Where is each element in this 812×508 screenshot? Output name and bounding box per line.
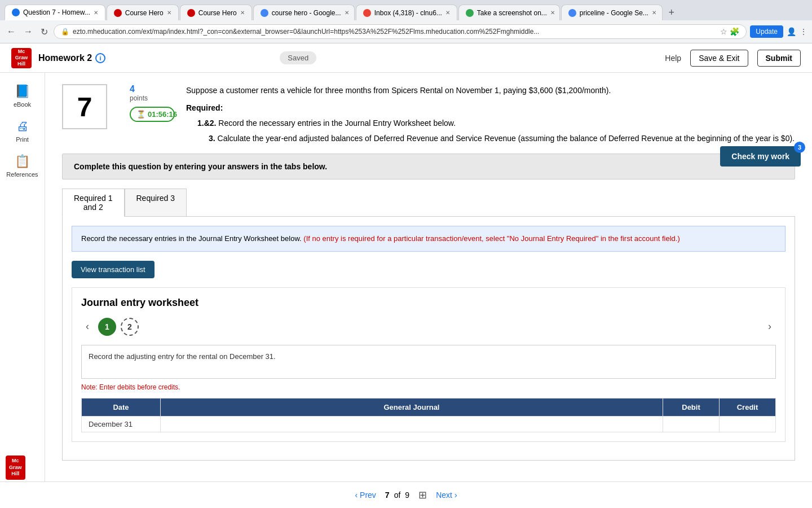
- tab-3-icon: [187, 9, 195, 17]
- journal-page-1[interactable]: 1: [98, 318, 116, 336]
- sidebar-item-print[interactable]: 🖨 Print: [16, 119, 29, 143]
- tab-3[interactable]: Course Hero ✕: [180, 5, 252, 20]
- tab-1-label: Question 7 - Homew...: [23, 8, 90, 16]
- star-icon[interactable]: ☆: [720, 27, 727, 36]
- menu-icon[interactable]: ⋮: [800, 27, 807, 36]
- sidebar-item-references[interactable]: 📋 References: [6, 154, 38, 178]
- tab-6-label: Take a screenshot on...: [477, 9, 547, 17]
- tabs-instruction: Complete this question by entering your …: [62, 154, 795, 179]
- of-text: of: [394, 491, 401, 500]
- tab-4[interactable]: course hero - Google... ✕: [253, 5, 355, 20]
- question-area: Check my work 3 7 4 points ⏳ 01:56:16 Su…: [45, 73, 812, 507]
- header-actions: Help Save & Exit Submit: [665, 50, 801, 67]
- question-text: Suppose a customer rents a vehicle for t…: [186, 84, 795, 97]
- tab-2[interactable]: Course Hero ✕: [107, 5, 179, 20]
- tab-5-close[interactable]: ✕: [445, 10, 450, 16]
- next-button[interactable]: Next ›: [436, 491, 457, 500]
- credit-input[interactable]: [726, 420, 769, 428]
- save-exit-button[interactable]: Save & Exit: [690, 50, 748, 67]
- required-item-1: 1.&2. Record the necessary entries in th…: [197, 117, 795, 129]
- tab-6[interactable]: Take a screenshot on... ✕: [458, 5, 560, 20]
- timer-badge: ⏳ 01:56:16: [130, 107, 175, 122]
- sidebar-item-ebook[interactable]: 📘 eBook: [14, 84, 31, 108]
- forward-button[interactable]: →: [21, 24, 35, 39]
- footer-mgh-logo: McGrawHill: [6, 456, 25, 480]
- journal-worksheet: Journal entry worksheet ‹ 1 2 › Record t…: [72, 287, 785, 442]
- info-icon[interactable]: i: [95, 53, 105, 63]
- required-item-2-label: 3.: [209, 134, 215, 143]
- journal-nav: ‹ 1 2 ›: [81, 318, 776, 336]
- tab-2-close[interactable]: ✕: [167, 10, 171, 16]
- tab-4-close[interactable]: ✕: [345, 10, 349, 16]
- tab-4-icon: [261, 9, 268, 17]
- tab-1-close[interactable]: ✕: [94, 10, 98, 16]
- debit-input[interactable]: [670, 420, 712, 428]
- address-bar[interactable]: 🔒 ezto.mheducation.com/ext/map/index.htm…: [54, 24, 747, 39]
- check-work-button[interactable]: Check my work 3: [720, 146, 801, 167]
- tab-required-1-2[interactable]: Required 1 and 2: [62, 189, 125, 217]
- tab-1[interactable]: Question 7 - Homew... ✕: [5, 5, 105, 20]
- reload-button[interactable]: ↻: [38, 24, 50, 40]
- new-tab-button[interactable]: +: [664, 5, 679, 20]
- table-header-credit: Credit: [720, 398, 776, 416]
- table-cell-debit[interactable]: [663, 416, 720, 432]
- tab-7[interactable]: priceline - Google Se... ✕: [561, 5, 663, 20]
- info-banner-normal: Record the necessary entries in the Jour…: [81, 234, 303, 243]
- prev-arrow-icon: ‹: [355, 491, 358, 500]
- check-work-badge: 3: [794, 142, 805, 153]
- update-button[interactable]: Update: [750, 25, 783, 38]
- references-icon: 📋: [15, 154, 30, 169]
- extensions-icon[interactable]: 🧩: [730, 27, 739, 36]
- print-icon: 🖨: [16, 119, 29, 134]
- tab-1-icon: [12, 8, 20, 16]
- grid-button[interactable]: ⊞: [418, 489, 427, 501]
- homework-title: Homework 2: [38, 53, 92, 63]
- view-transaction-button[interactable]: View transaction list: [72, 261, 155, 278]
- tab-7-close[interactable]: ✕: [652, 10, 656, 16]
- tab-2-label: Course Hero: [125, 9, 164, 17]
- table-cell-date: December 31: [82, 416, 161, 432]
- main-content: 📘 eBook 🖨 Print 📋 References Check my wo…: [0, 73, 812, 507]
- tab-3-close[interactable]: ✕: [240, 10, 245, 16]
- profile-icon[interactable]: 👤: [787, 27, 796, 36]
- question-header: 7 4 points ⏳ 01:56:16 Suppose a customer…: [62, 84, 795, 144]
- general-journal-input[interactable]: [167, 420, 656, 428]
- prev-button[interactable]: ‹ Prev: [355, 491, 376, 500]
- required-item-1-label: 1.&2.: [197, 119, 216, 128]
- next-label: Next: [436, 491, 452, 500]
- prev-label: Prev: [360, 491, 376, 500]
- sidebar: 📘 eBook 🖨 Print 📋 References: [0, 73, 45, 507]
- journal-page-2[interactable]: 2: [121, 318, 139, 336]
- tab-2-icon: [114, 9, 122, 17]
- journal-title: Journal entry worksheet: [81, 297, 776, 309]
- table-cell-credit[interactable]: [720, 416, 776, 432]
- tab-5-icon: [363, 9, 371, 17]
- required-label: Required:: [186, 103, 795, 112]
- timer-value: 01:56:16: [148, 110, 177, 119]
- tab-bar: Question 7 - Homew... ✕ Course Hero ✕ Co…: [0, 0, 812, 20]
- page-info: 7 of 9: [385, 491, 409, 500]
- question-number: 7: [77, 91, 92, 122]
- tab-7-label: priceline - Google Se...: [580, 9, 648, 17]
- address-bar-row: ← → ↻ 🔒 ezto.mheducation.com/ext/map/ind…: [0, 20, 812, 43]
- print-label: Print: [16, 136, 29, 143]
- table-cell-general-journal[interactable]: [161, 416, 663, 432]
- tab-required-3[interactable]: Required 3: [125, 189, 187, 216]
- tab-6-close[interactable]: ✕: [550, 10, 555, 16]
- back-button[interactable]: ←: [5, 24, 18, 39]
- check-work-label: Check my work: [731, 152, 789, 161]
- app-header: McGrawHill Homework 2 i Saved Help Save …: [0, 43, 812, 73]
- points-container: 4 points ⏳ 01:56:16: [130, 84, 175, 122]
- tab-5[interactable]: Inbox (4,318) - clnu6... ✕: [356, 5, 457, 20]
- required-item-2-text: Calculate the year-end adjusted balances…: [218, 134, 795, 143]
- lock-icon: 🔒: [61, 28, 69, 36]
- check-work-area: Check my work 3: [720, 146, 801, 167]
- tab-6-icon: [466, 9, 474, 17]
- help-link[interactable]: Help: [665, 54, 681, 63]
- journal-prev-button[interactable]: ‹: [81, 318, 94, 335]
- table-header-general-journal: General Journal: [161, 398, 663, 416]
- address-bar-icons: ☆ 🧩: [720, 27, 739, 36]
- journal-next-button[interactable]: ›: [764, 318, 776, 335]
- submit-button[interactable]: Submit: [757, 50, 801, 67]
- saved-badge: Saved: [280, 51, 316, 64]
